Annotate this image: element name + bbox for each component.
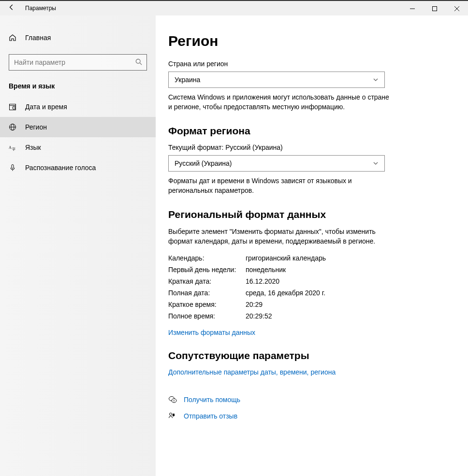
home-label: Главная: [25, 34, 51, 42]
sidebar-item-label: Дата и время: [25, 103, 67, 111]
feedback-icon: [168, 412, 177, 420]
home-button[interactable]: Главная: [0, 29, 156, 46]
sidebar-item-language[interactable]: A字 Язык: [0, 137, 156, 158]
table-row: Краткая дата:16.12.2020: [168, 275, 455, 287]
chat-help-icon: ?: [168, 395, 177, 404]
language-icon: A字: [9, 144, 16, 151]
search-icon: [135, 58, 142, 65]
related-link[interactable]: Дополнительные параметры даты, времени, …: [168, 368, 455, 376]
window-title: Параметры: [23, 5, 401, 12]
sidebar-item-speech[interactable]: Распознавание голоса: [0, 158, 156, 178]
country-label: Страна или регион: [168, 60, 455, 68]
svg-rect-16: [12, 165, 14, 169]
country-desc: Система Windows и приложения могут испол…: [168, 93, 391, 112]
globe-icon: [9, 123, 16, 131]
feedback-label: Отправить отзыв: [184, 412, 237, 420]
table-row: Полное время:20:29:52: [168, 310, 455, 322]
search-input[interactable]: [9, 54, 147, 71]
regional-desc: Выберите элемент "Изменить форматы данны…: [168, 227, 391, 246]
calendar-icon: [9, 103, 16, 111]
section-header: Время и язык: [0, 77, 156, 93]
sidebar-item-datetime[interactable]: Дата и время: [0, 97, 156, 117]
page-title: Регион: [168, 33, 455, 49]
menu: Дата и время Регион A字 Язык Распознавани…: [0, 97, 156, 178]
minimize-button[interactable]: [401, 0, 424, 16]
table-row: Полная дата:среда, 16 декабря 2020 г.: [168, 287, 455, 299]
format-current-label: Текущий формат: Русский (Украина): [168, 144, 455, 151]
maximize-button[interactable]: [424, 0, 446, 16]
change-formats-link[interactable]: Изменить форматы данных: [168, 329, 455, 336]
svg-line-10: [14, 108, 15, 108]
sidebar-item-region[interactable]: Регион: [0, 117, 156, 137]
chevron-down-icon: [373, 77, 379, 83]
svg-point-4: [136, 59, 140, 63]
regional-table: Календарь:григорианский календарь Первый…: [168, 252, 455, 322]
country-select[interactable]: Украина: [168, 72, 385, 88]
table-row: Краткое время:20:29: [168, 299, 455, 310]
search-wrap: [9, 54, 147, 71]
table-row: Календарь:григорианский календарь: [168, 252, 455, 264]
svg-point-21: [170, 413, 172, 415]
table-row: Первый день недели:понедельник: [168, 264, 455, 275]
format-heading: Формат региона: [168, 125, 455, 137]
close-button[interactable]: [446, 0, 468, 16]
window-controls: [401, 0, 468, 16]
svg-text:字: 字: [12, 147, 15, 151]
get-help-link[interactable]: ? Получить помощь: [168, 395, 455, 404]
sidebar-item-label: Язык: [25, 144, 41, 151]
svg-line-5: [140, 63, 142, 65]
sidebar-item-label: Регион: [25, 123, 47, 131]
sidebar-item-label: Распознавание голоса: [25, 164, 96, 172]
regional-heading: Региональный формат данных: [168, 209, 455, 220]
svg-rect-1: [433, 7, 437, 11]
content: Регион Страна или регион Украина Система…: [156, 15, 468, 476]
related-heading: Сопутствующие параметры: [168, 350, 455, 361]
format-desc: Форматы дат и времени в Windows зависят …: [168, 176, 391, 195]
microphone-icon: [9, 164, 16, 172]
sidebar: Главная Время и язык Дата и время Регион…: [0, 15, 156, 476]
country-value: Украина: [175, 76, 200, 84]
format-value: Русский (Украина): [175, 159, 232, 167]
home-icon: [9, 34, 16, 42]
svg-text:A: A: [9, 145, 12, 150]
format-select[interactable]: Русский (Украина): [168, 155, 385, 172]
back-button[interactable]: [0, 4, 23, 13]
titlebar: Параметры: [0, 0, 468, 15]
feedback-link[interactable]: Отправить отзыв: [168, 412, 455, 420]
get-help-label: Получить помощь: [184, 396, 240, 404]
chevron-down-icon: [373, 160, 379, 166]
